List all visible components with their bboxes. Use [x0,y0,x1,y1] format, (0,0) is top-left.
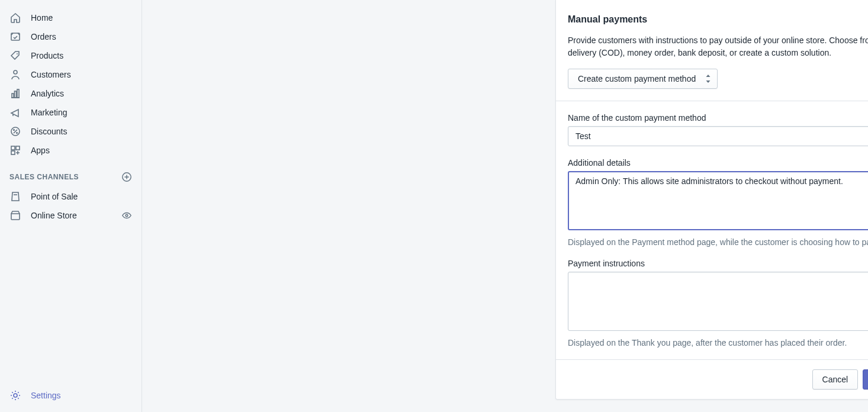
activate-button[interactable]: Activate [863,369,868,390]
card-footer: Cancel Activate [556,359,868,399]
sidebar-item-label: Products [31,51,63,60]
sidebar-item-analytics[interactable]: Analytics [0,84,142,103]
select-chevron-icon [705,75,711,83]
sidebar-item-products[interactable]: Products [0,46,142,65]
sidebar-item-discounts[interactable]: Discounts [0,122,142,141]
sidebar-item-customers[interactable]: Customers [0,65,142,84]
main-area: Manual payments Provide customers with i… [142,0,868,412]
select-label: Create custom payment method [578,74,696,83]
cancel-button[interactable]: Cancel [812,369,859,390]
svg-rect-3 [12,94,14,98]
svg-point-2 [14,70,17,74]
details-label: Additional details [568,158,868,168]
instructions-label: Payment instructions [568,259,868,268]
sidebar-item-apps[interactable]: Apps [0,141,142,160]
svg-point-14 [14,394,17,397]
svg-rect-11 [11,151,15,154]
instructions-help: Displayed on the Thank you page, after t… [568,338,868,347]
sidebar: Home Orders Products Customers Analytics [0,0,142,412]
sidebar-item-point-of-sale[interactable]: Point of Sale [0,187,142,206]
sales-channels-header: SALES CHANNELS [0,160,142,187]
sidebar-item-label: Analytics [31,89,64,98]
sidebar-item-label: Point of Sale [31,192,78,201]
sidebar-item-label: Online Store [31,211,77,220]
sidebar-item-home[interactable]: Home [0,8,142,27]
sidebar-item-label: Apps [31,146,50,155]
sidebar-item-label: Customers [31,70,71,79]
eye-icon[interactable] [121,210,132,221]
svg-point-8 [17,133,18,134]
payment-method-select[interactable]: Create custom payment method [568,69,718,89]
apps-icon [9,144,21,156]
customers-icon [9,69,21,81]
details-help: Displayed on the Payment method page, wh… [568,237,868,247]
sidebar-item-marketing[interactable]: Marketing [0,103,142,122]
sidebar-item-label: Discounts [31,127,67,136]
svg-rect-4 [15,91,17,98]
sales-channels-label: SALES CHANNELS [9,173,79,181]
sidebar-item-label: Settings [31,391,61,400]
sidebar-item-label: Marketing [31,108,67,117]
discounts-icon [9,125,21,137]
orders-icon [9,31,21,43]
svg-rect-10 [16,146,20,150]
add-channel-icon[interactable] [121,172,132,182]
sidebar-item-online-store[interactable]: Online Store [0,206,142,225]
name-label: Name of the custom payment method [568,113,868,123]
card-description: Provide customers with instructions to p… [556,25,868,69]
sidebar-item-label: Orders [31,32,56,41]
details-textarea[interactable] [568,171,868,230]
marketing-icon [9,107,21,118]
manual-payments-card: Manual payments Provide customers with i… [555,0,868,400]
online-store-icon [9,210,21,221]
sidebar-item-label: Home [31,13,53,22]
home-icon [9,12,21,24]
pos-icon [9,191,21,202]
svg-rect-9 [11,146,15,150]
svg-point-13 [126,214,128,217]
card-title: Manual payments [568,14,868,25]
svg-rect-5 [17,89,19,98]
svg-point-1 [17,53,18,54]
svg-point-7 [14,130,15,131]
instructions-textarea[interactable] [568,272,868,331]
name-input[interactable] [568,126,868,146]
sidebar-item-settings[interactable]: Settings [0,386,142,405]
sidebar-item-orders[interactable]: Orders [0,27,142,46]
analytics-icon [9,88,21,99]
products-icon [9,50,21,62]
gear-icon [9,390,21,401]
